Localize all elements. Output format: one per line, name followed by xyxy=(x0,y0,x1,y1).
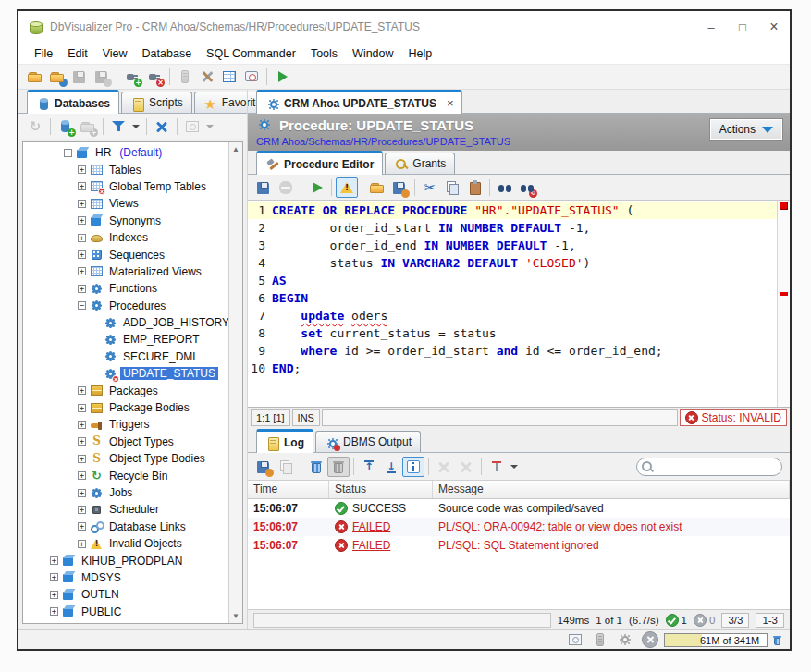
expand-icon[interactable]: + xyxy=(78,455,86,463)
filter-menu-button[interactable] xyxy=(129,116,142,137)
cut-button[interactable]: ✂ xyxy=(419,177,441,198)
code-line[interactable]: 9 where id >= order_id_start and id <= o… xyxy=(248,342,777,360)
log-row[interactable]: 15:06:07SUCCESSSource code was compiled/… xyxy=(248,499,790,518)
menu-file[interactable]: File xyxy=(27,43,60,65)
stop-tasks-button[interactable] xyxy=(639,629,661,650)
monitor-button[interactable] xyxy=(240,67,263,87)
menu-sql-commander[interactable]: SQL Commander xyxy=(199,43,303,65)
expand-icon[interactable]: + xyxy=(78,200,86,208)
tab-procedure-editor[interactable]: Procedure Editor xyxy=(256,151,383,175)
tree-item-procedures[interactable]: −Procedures xyxy=(23,298,228,314)
marker-menu-button[interactable] xyxy=(508,457,521,477)
tree-item-add-job-history[interactable]: ADD_JOB_HISTORY xyxy=(23,314,228,331)
code-line[interactable]: 6BEGIN xyxy=(248,289,777,307)
code-line[interactable]: 1CREATE OR REPLACE PROCEDURE "HR"."UPDAT… xyxy=(248,202,777,219)
tree-item-sequences[interactable]: +Sequences xyxy=(23,246,228,263)
add-connection-button[interactable]: + xyxy=(55,116,77,137)
paste-button[interactable] xyxy=(463,177,485,198)
collapse-all-button[interactable] xyxy=(151,116,173,137)
minimize-button[interactable]: – xyxy=(695,11,727,43)
expand-icon[interactable]: + xyxy=(78,386,86,395)
tree-item-global-temp-tables[interactable]: +Global Temp Tables xyxy=(23,178,228,195)
execute-button[interactable] xyxy=(305,177,327,198)
maximize-button[interactable]: □ xyxy=(727,11,758,43)
tab-object-update-status[interactable]: CRM Ahoa UPDATE_STATUS × xyxy=(256,90,462,114)
scroll-to-top-button[interactable]: ↑ xyxy=(358,457,380,477)
tree-item-sys[interactable]: +SYS xyxy=(23,620,228,623)
column-header-time[interactable]: Time xyxy=(248,481,329,498)
expand-icon[interactable]: + xyxy=(50,607,58,616)
filter-button[interactable] xyxy=(107,116,129,137)
load-from-file-button[interactable] xyxy=(366,177,388,198)
expand-icon[interactable]: + xyxy=(78,540,86,548)
code-line[interactable]: 5AS xyxy=(248,272,777,289)
tab-dbms-output[interactable]: DBMS Output xyxy=(315,431,421,452)
menu-view[interactable]: View xyxy=(95,43,135,65)
tree-item-scheduler[interactable]: +Scheduler xyxy=(23,501,228,518)
tree-item-public[interactable]: +PUBLIC xyxy=(23,604,228,620)
breadcrumb[interactable]: CRM Ahoa/Schemas/HR/Procedures/UPDATE_ST… xyxy=(256,136,510,147)
expand-icon[interactable]: + xyxy=(50,556,58,565)
expand-icon[interactable]: + xyxy=(78,165,86,174)
tree-item-packages[interactable]: +Packages xyxy=(23,382,228,398)
tree-item-kihub-prodplan[interactable]: +KIHUB_PRODPLAN xyxy=(23,552,228,568)
tool-properties-button[interactable] xyxy=(196,67,218,87)
tab-close-icon[interactable]: × xyxy=(447,96,454,110)
tree-item-secure-dml[interactable]: SECURE_DML xyxy=(23,348,228,365)
code-line[interactable]: 2 order_id_start IN NUMBER DEFAULT -1, xyxy=(248,219,777,237)
show-details-button[interactable] xyxy=(402,457,424,477)
tab-grants[interactable]: Grants xyxy=(385,153,455,174)
clear-log-button[interactable] xyxy=(305,457,327,477)
expand-icon[interactable]: + xyxy=(78,471,86,480)
disconnect-button[interactable]: × xyxy=(143,67,166,87)
search-input[interactable] xyxy=(636,458,782,476)
expand-icon[interactable]: + xyxy=(78,285,86,293)
log-row[interactable]: 15:06:07FAILEDPL/SQL: SQL Statement igno… xyxy=(248,536,790,555)
row-marker-button[interactable] xyxy=(485,457,508,477)
copy-button[interactable] xyxy=(441,177,463,198)
scroll-down-icon[interactable]: ▼ xyxy=(232,609,240,623)
expand-icon[interactable]: + xyxy=(78,267,86,275)
connect-button[interactable]: + xyxy=(121,67,143,87)
code-line[interactable]: 3 order_id_end IN NUMBER DEFAULT -1, xyxy=(248,237,777,254)
tab-scripts[interactable]: Scripts xyxy=(121,92,192,113)
tree-item-mdsys[interactable]: +MDSYS xyxy=(23,569,228,586)
grid-window-button[interactable] xyxy=(218,67,240,87)
tree-scrollbar[interactable]: ▲ ▼ xyxy=(228,142,242,623)
expand-icon[interactable]: + xyxy=(78,489,86,497)
code-line[interactable]: 8 set current_status = status xyxy=(248,324,777,342)
open-file-button[interactable] xyxy=(24,67,46,87)
expand-icon[interactable]: + xyxy=(78,216,86,225)
tree-item-package-bodies[interactable]: +Package Bodies xyxy=(23,399,228,416)
tree-item-views[interactable]: +Views xyxy=(23,195,228,212)
open-recent-button[interactable] xyxy=(46,67,68,87)
menu-tools[interactable]: Tools xyxy=(303,43,345,65)
collapse-icon[interactable]: − xyxy=(78,301,86,310)
column-header-status[interactable]: Status xyxy=(329,481,433,498)
tasks-button[interactable] xyxy=(614,629,636,650)
tree-item-hr[interactable]: −HR(Default) xyxy=(23,144,228,161)
tree-item-outln[interactable]: +OUTLN xyxy=(23,586,228,603)
column-header-message[interactable]: Message xyxy=(433,481,790,498)
show-warnings-button[interactable]: ! xyxy=(336,177,358,198)
tree-item-synonyms[interactable]: +Synonyms xyxy=(23,213,228,229)
garbage-collect-icon[interactable] xyxy=(770,633,784,647)
tree-item-triggers[interactable]: +Triggers xyxy=(23,416,228,433)
tree-item-tables[interactable]: +Tables xyxy=(23,161,228,177)
tree-item-object-types[interactable]: +SObject Types xyxy=(23,434,228,450)
error-overview-mark[interactable] xyxy=(780,202,788,210)
code-line[interactable]: 10END; xyxy=(248,360,777,377)
tree-item-emp-report[interactable]: EMP_REPORT xyxy=(23,331,228,348)
code-area[interactable]: 1CREATE OR REPLACE PROCEDURE "HR"."UPDAT… xyxy=(248,201,777,407)
expand-icon[interactable]: + xyxy=(78,421,86,429)
menu-database[interactable]: Database xyxy=(135,43,200,65)
tree-item-materialized-views[interactable]: +Materialized Views xyxy=(23,263,228,280)
auto-clear-button[interactable] xyxy=(327,457,350,477)
expand-icon[interactable]: + xyxy=(78,437,86,446)
scroll-to-bottom-button[interactable]: ↓ xyxy=(380,457,402,477)
menu-window[interactable]: Window xyxy=(345,43,400,65)
scroll-up-icon[interactable]: ▲ xyxy=(232,142,240,156)
layout-button[interactable] xyxy=(564,629,586,650)
find-replace-button[interactable]: ↻ xyxy=(516,177,538,198)
code-line[interactable]: 4 status IN VARCHAR2 DEFAULT 'CLOSED') xyxy=(248,254,777,272)
